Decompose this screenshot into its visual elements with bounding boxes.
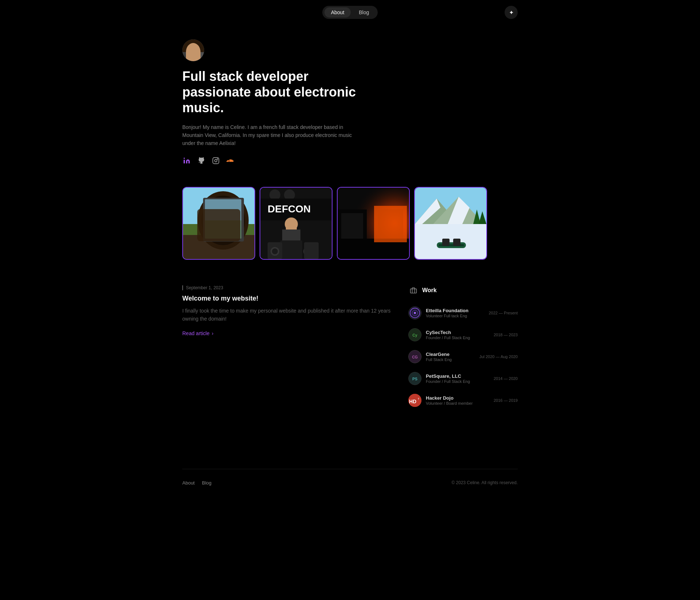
company-logo-etteilla [408, 306, 421, 319]
work-company-name: Etteilla Foundation [426, 308, 485, 313]
work-company-name: PetSquare, LLC [426, 373, 489, 379]
hero-title: Full stack developer passionate about el… [182, 68, 372, 116]
read-article-link[interactable]: Read article › [182, 330, 394, 336]
nav-about[interactable]: About [324, 7, 351, 17]
svg-text:CG: CG [412, 355, 418, 359]
work-item: Cy CySecTech Founder / Full Stack Eng 20… [408, 325, 518, 345]
svg-point-0 [184, 157, 185, 158]
instagram-link[interactable] [211, 156, 220, 165]
svg-rect-30 [341, 213, 363, 242]
work-role: Volunteer / Board member [426, 401, 489, 405]
gallery-item[interactable]: DEFCON [260, 187, 332, 260]
gallery: DEFCON [182, 187, 518, 260]
hero-section: Full stack developer passionate about el… [182, 25, 518, 176]
gallery-image-car [183, 188, 254, 259]
company-logo-cysectech: Cy [408, 328, 421, 341]
social-links [182, 156, 518, 165]
svg-text:HD: HD [409, 399, 416, 404]
navigation: About Blog ✦ [182, 0, 518, 25]
work-section: Work Etteilla Foundation [408, 285, 518, 411]
svg-text:Cy: Cy [412, 333, 417, 337]
work-details: CySecTech Founder / Full Stack Eng [426, 330, 489, 340]
blog-excerpt: I finally took the time to make my perso… [182, 307, 394, 323]
gallery-item[interactable] [337, 187, 410, 260]
svg-point-2 [215, 159, 217, 162]
footer-about-link[interactable]: About [182, 480, 195, 486]
arrow-right-icon: › [212, 330, 214, 336]
content-area: September 1, 2023 Welcome to my website!… [182, 271, 518, 411]
work-details: Etteilla Foundation Volunteer Full tack … [426, 308, 485, 318]
work-header: Work [408, 285, 518, 295]
work-company-name: Hacker Dojo [426, 395, 489, 401]
svg-rect-43 [453, 239, 460, 246]
theme-toggle-button[interactable]: ✦ [505, 6, 518, 19]
blog-title: Welcome to my website! [182, 295, 394, 302]
avatar [182, 39, 204, 61]
footer-copyright: © 2023 Celine. All rights reserved. [451, 480, 518, 485]
svg-rect-39 [415, 224, 486, 259]
svg-point-23 [272, 248, 278, 254]
svg-rect-46 [411, 289, 417, 293]
footer: About Blog © 2023 Celine. All rights res… [182, 469, 518, 497]
briefcase-icon [408, 285, 419, 295]
svg-text:†: † [418, 397, 419, 400]
work-item: HD † Hacker Dojo Volunteer / Board membe… [408, 390, 518, 411]
nav-blog[interactable]: Blog [352, 7, 376, 17]
work-details: ClearGene Full Stack Eng [426, 352, 475, 362]
svg-text:DEFCON: DEFCON [268, 203, 311, 215]
svg-text:PS: PS [412, 377, 417, 381]
work-role: Volunteer Full tack Eng [426, 314, 485, 318]
work-items-list: Etteilla Foundation Volunteer Full tack … [408, 303, 518, 411]
work-dates: 2022 — Present [489, 311, 518, 315]
work-details: PetSquare, LLC Founder / Full Stack Eng [426, 373, 489, 384]
hero-bio: Bonjour! My name is Celine. I am a frenc… [182, 123, 357, 148]
gallery-image-defcon: DEFCON [260, 188, 332, 259]
work-role: Founder / Full Stack Eng [426, 336, 489, 340]
soundcloud-link[interactable] [226, 156, 235, 165]
work-company-name: CySecTech [426, 330, 489, 335]
svg-rect-10 [205, 199, 241, 239]
footer-nav: About Blog [182, 480, 211, 486]
theme-icon: ✦ [509, 9, 514, 16]
svg-point-50 [414, 312, 416, 314]
svg-point-3 [217, 158, 218, 159]
company-logo-petsquare: PS [408, 372, 421, 385]
work-item: Etteilla Foundation Volunteer Full tack … [408, 303, 518, 323]
gallery-item[interactable] [414, 187, 487, 260]
work-dates: 2014 — 2020 [494, 376, 518, 381]
linkedin-link[interactable] [182, 156, 191, 165]
work-dates: 2018 — 2023 [494, 333, 518, 337]
svg-rect-11 [205, 220, 241, 239]
github-link[interactable] [197, 156, 206, 165]
work-title: Work [422, 287, 437, 294]
gallery-image-snow [415, 188, 486, 259]
work-item: CG ClearGene Full Stack Eng Jul 2020 — A… [408, 346, 518, 367]
svg-rect-1 [213, 157, 219, 164]
work-dates: 2016 — 2019 [494, 398, 518, 403]
work-company-name: ClearGene [426, 352, 475, 357]
read-article-label: Read article [182, 330, 210, 336]
gallery-item[interactable] [182, 187, 255, 260]
svg-rect-42 [442, 239, 450, 246]
footer-blog-link[interactable]: Blog [202, 480, 211, 486]
work-dates: Jul 2020 — Aug 2020 [479, 354, 518, 359]
svg-point-18 [285, 217, 298, 231]
blog-section: September 1, 2023 Welcome to my website!… [182, 285, 394, 411]
company-logo-cleargene: CG [408, 350, 421, 363]
svg-rect-33 [378, 209, 403, 239]
work-item: PS PetSquare, LLC Founder / Full Stack E… [408, 368, 518, 389]
work-details: Hacker Dojo Volunteer / Board member [426, 395, 489, 405]
gallery-image-dark-room [338, 188, 409, 259]
svg-rect-20 [280, 240, 302, 259]
company-logo-hackerdojo: HD † [408, 394, 421, 407]
work-role: Full Stack Eng [426, 357, 475, 362]
nav-pills: About Blog [322, 6, 378, 19]
blog-date: September 1, 2023 [182, 285, 394, 290]
svg-rect-26 [304, 242, 319, 259]
work-role: Founder / Full Stack Eng [426, 379, 489, 384]
